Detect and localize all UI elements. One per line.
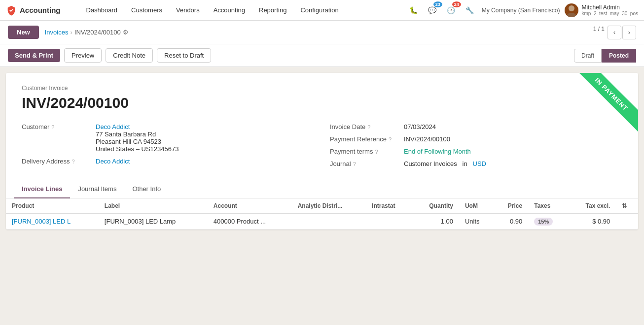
payment-terms-label: Payment terms ? [330,148,404,155]
col-actions: ⇅ [616,198,638,214]
subheader: New Invoices › INV/2024/00100 ⚙ 1 / 1 ‹ … [0,21,644,44]
col-price: Price [494,198,528,214]
col-product: Product [6,198,99,214]
nav-dashboard[interactable]: Dashboard [80,3,124,17]
company-name: My Company (San Francisco) [482,7,560,14]
messages-badge: 23 [433,1,442,7]
col-intrastat: Intrastat [366,198,412,214]
status-bar: Draft Posted [574,49,636,63]
col-uom: UoM [459,198,494,214]
delivery-value: Deco Addict [96,158,130,165]
clock-icon[interactable]: 🕐 24 [444,3,458,17]
status-draft[interactable]: Draft [574,49,602,63]
customer-address-line3: United States – US12345673 [96,145,179,153]
company-info[interactable]: My Company (San Francisco) [482,7,560,14]
messages-icon[interactable]: 💬 23 [426,3,439,17]
top-navigation: Accounting Dashboard Customers Vendors A… [0,0,644,21]
customer-name-link[interactable]: Deco Addict [96,123,130,130]
row-label: [FURN_0003] LED Lamp [99,214,208,229]
main-content: IN PAYMENT Customer Invoice INV/2024/001… [6,73,638,229]
payment-terms-row: Payment terms ? End of Following Month [330,148,622,155]
next-page-button[interactable]: › [622,26,636,39]
app-name[interactable]: Accounting [20,6,61,14]
topbar-right: 🐛 💬 23 🕐 24 🔧 My Company (San Francisco)… [407,3,638,17]
delivery-help-icon[interactable]: ? [72,159,75,164]
payment-ref-row: Payment Reference ? INV/2024/00100 [330,135,622,143]
journal-help-icon[interactable]: ? [353,161,356,167]
invoice-date-help-icon[interactable]: ? [367,124,370,130]
invoice-lines-table: Product Label Account Analytic Distri...… [6,198,638,229]
settings-icon[interactable]: 🔧 [463,3,477,17]
row-uom: Units [459,214,494,229]
delivery-label: Delivery Address ? [22,158,96,165]
col-quantity: Quantity [412,198,459,214]
customer-address-line1: 77 Santa Barbara Rd [96,130,179,138]
clock-badge: 24 [452,1,461,7]
tab-other-info[interactable]: Other Info [124,180,169,198]
payment-ref-help-icon[interactable]: ? [389,136,392,142]
credit-note-button[interactable]: Credit Note [106,48,153,63]
action-bar: Send & Print Preview Credit Note Reset t… [0,44,644,67]
db-name: kmp_2_test_may_30_pos [581,11,638,16]
svg-point-1 [567,13,576,17]
main-nav: Dashboard Customers Vendors Accounting R… [80,3,407,17]
row-tax-excl: $ 0.90 [569,214,616,229]
journal-row: Journal ? Customer Invoices in USD [330,160,622,167]
meta-left: Customer ? Deco Addict 77 Santa Barbara … [22,123,314,172]
customer-label: Customer ? [22,123,96,130]
meta-right: Invoice Date ? 07/03/2024 Payment Refere… [314,123,622,172]
row-action-icon [616,214,638,229]
app-logo[interactable]: Accounting [6,5,72,16]
pagination-controls: 1 / 1 ‹ › [593,26,636,39]
delivery-row: Delivery Address ? Deco Addict [22,158,314,165]
user-name: Mitchell Admin [581,4,638,11]
user-info[interactable]: Mitchell Admin kmp_2_test_may_30_pos [565,3,638,17]
row-taxes: 15% [528,214,568,229]
row-analytic [292,214,366,229]
breadcrumb-parent[interactable]: Invoices [45,29,69,36]
prev-page-button[interactable]: ‹ [608,26,621,39]
payment-terms-help-icon[interactable]: ? [375,149,378,155]
customer-help-icon[interactable]: ? [51,124,54,130]
nav-reporting[interactable]: Reporting [253,3,292,17]
row-product[interactable]: [FURN_0003] LED L [6,214,99,229]
invoice-header: Customer Invoice INV/2024/00100 Customer… [6,73,638,172]
status-posted[interactable]: Posted [602,49,636,63]
invoice-date-label: Invoice Date ? [330,123,404,130]
col-analytic: Analytic Distri... [292,198,366,214]
breadcrumb-current: INV/2024/00100 [74,29,121,36]
breadcrumb-separator: › [70,29,72,36]
invoice-type: Customer Invoice [22,85,622,92]
delivery-name-link[interactable]: Deco Addict [96,158,130,165]
col-label: Label [99,198,208,214]
gear-icon[interactable]: ⚙ [123,29,129,36]
debug-icon[interactable]: 🐛 [407,3,421,17]
journal-currency-link[interactable]: USD [473,160,486,167]
nav-vendors[interactable]: Vendors [170,3,206,17]
nav-accounting[interactable]: Accounting [208,3,251,17]
new-button[interactable]: New [8,26,39,39]
page-indicator: 1 / 1 [593,26,605,39]
col-account: Account [208,198,292,214]
table-section: Product Label Account Analytic Distri...… [6,198,638,229]
table-row: [FURN_0003] LED L [FURN_0003] LED Lamp 4… [6,214,638,229]
invoice-meta: Customer ? Deco Addict 77 Santa Barbara … [22,123,622,172]
nav-configuration[interactable]: Configuration [294,3,344,17]
preview-button[interactable]: Preview [64,48,102,63]
payment-ref-value: INV/2024/00100 [404,135,450,143]
journal-label: Journal ? [330,160,404,167]
send-print-button[interactable]: Send & Print [8,49,60,62]
reset-to-draft-button[interactable]: Reset to Draft [157,48,211,63]
nav-customers[interactable]: Customers [125,3,168,17]
payment-terms-value: End of Following Month [404,148,471,155]
tabs: Invoice Lines Journal Items Other Info [6,180,638,198]
tab-invoice-lines[interactable]: Invoice Lines [14,180,70,198]
journal-in [459,160,461,167]
row-quantity: 1.00 [412,214,459,229]
journal-in-text: in [463,160,467,167]
journal-value: Customer Invoices in USD [404,160,486,167]
tab-journal-items[interactable]: Journal Items [70,180,124,198]
customer-address-line2: Pleasant Hill CA 94523 [96,138,179,145]
journal-name: Customer Invoices [404,160,457,167]
journal-currency-spacer [469,160,471,167]
